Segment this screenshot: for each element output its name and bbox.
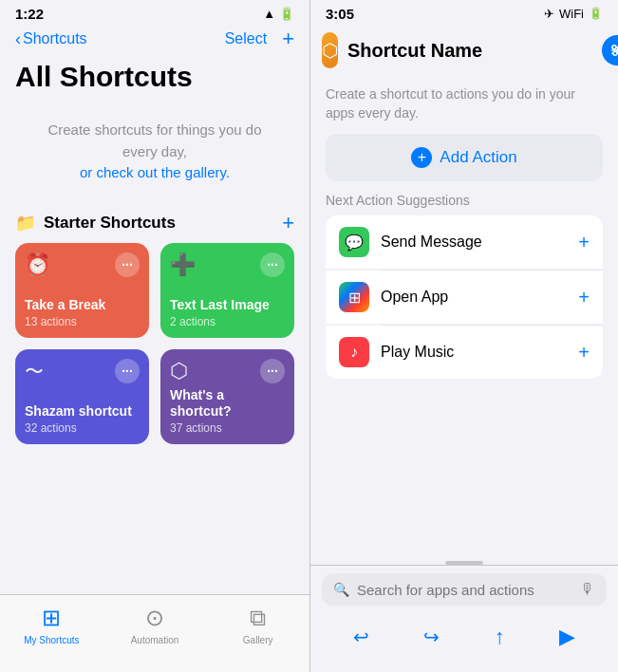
shortcut-name-2: Shazam shortcut bbox=[25, 403, 140, 420]
svg-point-5 bbox=[613, 51, 617, 55]
suggestion-name-1: Open App bbox=[381, 289, 578, 306]
back-label: Shortcuts bbox=[23, 30, 87, 47]
gallery-icon: ⧉ bbox=[250, 605, 266, 631]
suggestion-play-music[interactable]: ♪ Play Music + bbox=[326, 326, 603, 379]
play-button[interactable]: ▶ bbox=[555, 621, 579, 653]
redo-button[interactable]: ↪ bbox=[420, 622, 443, 652]
tune-button[interactable] bbox=[602, 35, 618, 65]
wifi-icon-right: WiFi bbox=[559, 7, 584, 21]
shortcut-actions-2: 32 actions bbox=[25, 421, 140, 435]
status-icons-right: ✈ WiFi 🔋 bbox=[544, 7, 603, 21]
canvas-description: Create a shortcut to actions you do in y… bbox=[326, 85, 603, 122]
folder-icon: 📁 bbox=[15, 213, 36, 233]
plane-icon: ✈ bbox=[544, 7, 554, 21]
shortcut-name-input[interactable] bbox=[347, 40, 592, 62]
shortcuts-grid: ⏰ ··· Take a Break 13 actions ➕ ··· Text… bbox=[0, 243, 309, 444]
search-bar-area: 🔍 🎙 bbox=[310, 565, 618, 613]
openapp-icon: ⊞ bbox=[339, 282, 369, 312]
svg-point-3 bbox=[612, 46, 616, 49]
share-button[interactable]: ↑ bbox=[491, 621, 509, 653]
shortcut-actions-0: 13 actions bbox=[25, 315, 140, 328]
select-button[interactable]: Select bbox=[225, 30, 267, 47]
tab-gallery[interactable]: ⧉ Gallery bbox=[206, 605, 309, 645]
my-shortcuts-icon: ⊞ bbox=[42, 605, 61, 631]
status-bar-right: 3:05 ✈ WiFi 🔋 bbox=[310, 0, 618, 27]
tab-bar: ⊞ My Shortcuts ⊙ Automation ⧉ Gallery bbox=[0, 594, 309, 672]
shortcut-name-3: What's a shortcut? bbox=[170, 387, 285, 420]
shortcut-icon-1: ➕ bbox=[170, 252, 196, 277]
shortcut-card-2[interactable]: 〜 ··· Shazam shortcut 32 actions bbox=[15, 349, 149, 444]
suggestion-name-2: Play Music bbox=[381, 344, 578, 361]
battery-icon: 🔋 bbox=[279, 7, 294, 21]
section-title: 📁 Starter Shortcuts bbox=[15, 213, 176, 233]
automation-icon: ⊙ bbox=[145, 605, 164, 631]
add-section-button[interactable]: + bbox=[282, 211, 294, 235]
wifi-icon: ▲ bbox=[263, 7, 275, 21]
shortcut-app-icon: ⬡ bbox=[322, 32, 338, 68]
suggestions-title: Next Action Suggestions bbox=[326, 193, 603, 208]
status-time-right: 3:05 bbox=[326, 6, 354, 22]
tab-my-shortcuts-label: My Shortcuts bbox=[24, 635, 79, 645]
shortcut-canvas: Create a shortcut to actions you do in y… bbox=[310, 74, 618, 555]
right-panel: 3:05 ✈ WiFi 🔋 ⬡ ✕ bbox=[310, 0, 618, 672]
page-title: All Shortcuts bbox=[0, 57, 309, 104]
suggestion-add-0[interactable]: + bbox=[578, 232, 590, 253]
shortcut-card-1[interactable]: ➕ ··· Text Last Image 2 actions bbox=[160, 243, 294, 338]
messages-icon: 💬 bbox=[339, 227, 369, 257]
nav-bar-left: ‹ Shortcuts Select + bbox=[0, 27, 309, 57]
undo-button[interactable]: ↩ bbox=[349, 622, 373, 652]
suggestion-add-1[interactable]: + bbox=[578, 287, 590, 308]
status-icons-left: ▲ 🔋 bbox=[263, 7, 294, 21]
shortcut-icon-0: ⏰ bbox=[25, 252, 50, 277]
suggestion-name-0: Send Message bbox=[381, 233, 578, 251]
gallery-link[interactable]: or check out the gallery. bbox=[80, 164, 230, 180]
mic-icon[interactable]: 🎙 bbox=[580, 581, 595, 598]
header-controls: ✕ bbox=[602, 35, 618, 65]
back-button[interactable]: ‹ Shortcuts bbox=[15, 29, 87, 49]
card-menu-2[interactable]: ··· bbox=[115, 359, 140, 383]
search-bar: 🔍 🎙 bbox=[322, 573, 607, 606]
card-menu-3[interactable]: ··· bbox=[260, 359, 285, 383]
bottom-toolbar: ↩ ↪ ↑ ▶ bbox=[310, 613, 618, 672]
tab-automation[interactable]: ⊙ Automation bbox=[103, 605, 207, 645]
tab-gallery-label: Gallery bbox=[243, 635, 273, 645]
shortcut-app-glyph: ⬡ bbox=[322, 39, 338, 62]
empty-description: Create shortcuts for things you do every… bbox=[0, 104, 309, 199]
suggestions-section: Next Action Suggestions 💬 Send Message +… bbox=[326, 193, 603, 380]
suggestions-list: 💬 Send Message + ⊞ Open App + ♪ bbox=[326, 215, 603, 380]
search-input[interactable] bbox=[357, 582, 572, 598]
music-icon: ♪ bbox=[339, 337, 369, 367]
search-icon: 🔍 bbox=[333, 582, 349, 597]
section-header: 📁 Starter Shortcuts + bbox=[0, 199, 309, 243]
status-bar-left: 1:22 ▲ 🔋 bbox=[0, 0, 309, 27]
shortcut-icon-2: 〜 bbox=[25, 359, 44, 384]
suggestion-add-2[interactable]: + bbox=[578, 342, 590, 364]
tab-automation-label: Automation bbox=[131, 635, 179, 645]
shortcut-actions-1: 2 actions bbox=[170, 315, 285, 328]
shortcut-card-0[interactable]: ⏰ ··· Take a Break 13 actions bbox=[15, 243, 149, 338]
tune-icon bbox=[609, 43, 618, 58]
suggestion-open-app[interactable]: ⊞ Open App + bbox=[326, 271, 603, 324]
card-menu-1[interactable]: ··· bbox=[260, 252, 285, 277]
add-action-button[interactable]: + Add Action bbox=[326, 134, 603, 181]
shortcut-header: ⬡ ✕ bbox=[310, 27, 618, 74]
nav-actions: Select + bbox=[225, 28, 294, 49]
battery-icon-right: 🔋 bbox=[589, 7, 603, 20]
add-action-label: Add Action bbox=[440, 148, 516, 167]
shortcut-card-3[interactable]: ⬡ ··· What's a shortcut? 37 actions bbox=[160, 349, 294, 444]
shortcut-icon-3: ⬡ bbox=[170, 359, 188, 383]
status-time-left: 1:22 bbox=[15, 6, 44, 22]
shortcut-name-1: Text Last Image bbox=[170, 297, 285, 313]
card-menu-0[interactable]: ··· bbox=[115, 252, 140, 277]
shortcut-actions-3: 37 actions bbox=[170, 421, 285, 435]
left-panel: 1:22 ▲ 🔋 ‹ Shortcuts Select + All Shortc… bbox=[0, 0, 309, 672]
chevron-left-icon: ‹ bbox=[15, 29, 21, 49]
add-action-plus-icon: + bbox=[411, 147, 432, 168]
add-shortcut-button[interactable]: + bbox=[282, 28, 294, 49]
suggestion-send-message[interactable]: 💬 Send Message + bbox=[326, 215, 603, 269]
tab-my-shortcuts[interactable]: ⊞ My Shortcuts bbox=[0, 605, 103, 645]
shortcut-name-0: Take a Break bbox=[25, 297, 140, 313]
